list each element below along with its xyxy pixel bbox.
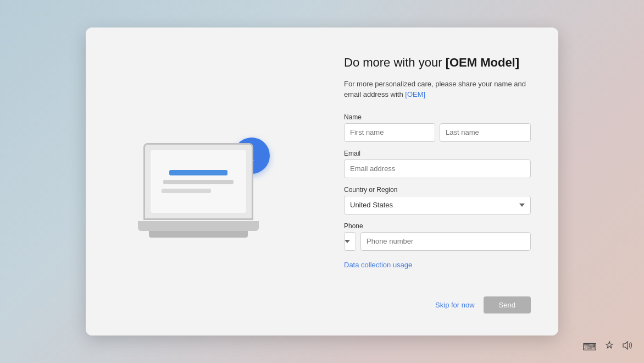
name-row <box>344 123 531 142</box>
laptop-foot <box>149 231 248 238</box>
phone-number-input[interactable] <box>360 232 531 251</box>
screen-bar-gray1 <box>163 180 234 184</box>
email-field-group: Email <box>344 150 531 178</box>
svg-marker-0 <box>623 342 628 349</box>
volume-icon[interactable] <box>622 341 633 353</box>
screen-bar-blue <box>169 170 227 175</box>
laptop-screen-inner <box>151 150 247 213</box>
country-label: Country or Region <box>344 186 531 194</box>
tools-icon[interactable] <box>604 340 614 353</box>
country-select[interactable]: United States United Kingdom Canada Aust… <box>344 196 531 215</box>
last-name-input[interactable] <box>440 123 531 142</box>
phone-country-select[interactable]: United States (+1) United Kingdom (+44) … <box>344 232 356 251</box>
title-prefix: Do more with your <box>344 56 446 69</box>
main-dialog: I Do more with your [OEM Model] For more… <box>86 28 558 336</box>
phone-label: Phone <box>344 222 531 230</box>
screen-bar-gray2 <box>162 189 211 193</box>
country-field-group: Country or Region United States United K… <box>344 186 531 215</box>
name-field-group: Name <box>344 113 531 142</box>
laptop-screen <box>143 143 253 220</box>
subtitle-link[interactable]: [OEM] <box>405 90 425 98</box>
laptop-illustration: I <box>132 121 275 242</box>
email-label: Email <box>344 150 531 157</box>
first-name-input[interactable] <box>344 123 435 142</box>
taskbar-icons: ⌨ <box>582 340 633 353</box>
name-label: Name <box>344 113 531 121</box>
title-bold: [OEM Model] <box>446 56 519 69</box>
dialog-subtitle: For more personalized care, please share… <box>344 79 531 100</box>
form-panel: Do more with your [OEM Model] For more p… <box>322 28 558 336</box>
phone-country-select-wrapper: United States (+1) United Kingdom (+44) … <box>344 232 356 251</box>
keyboard-icon[interactable]: ⌨ <box>582 341 597 353</box>
skip-button[interactable]: Skip for now <box>435 301 475 309</box>
laptop-base <box>138 221 259 231</box>
dialog-title: Do more with your [OEM Model] <box>344 55 531 71</box>
illustration-panel: I <box>86 28 322 336</box>
form-section: Name Email Country or Region United Stat… <box>344 113 531 285</box>
subtitle-text: For more personalized care, please share… <box>344 80 526 99</box>
phone-row: United States (+1) United Kingdom (+44) … <box>344 232 531 251</box>
send-button[interactable]: Send <box>484 296 531 314</box>
country-select-wrapper: United States United Kingdom Canada Aust… <box>344 196 531 215</box>
email-input[interactable] <box>344 160 531 178</box>
bottom-bar: Skip for now Send <box>344 296 531 314</box>
data-collection-link[interactable]: Data collection usage <box>344 261 531 269</box>
phone-field-group: Phone United States (+1) United Kingdom … <box>344 222 531 251</box>
